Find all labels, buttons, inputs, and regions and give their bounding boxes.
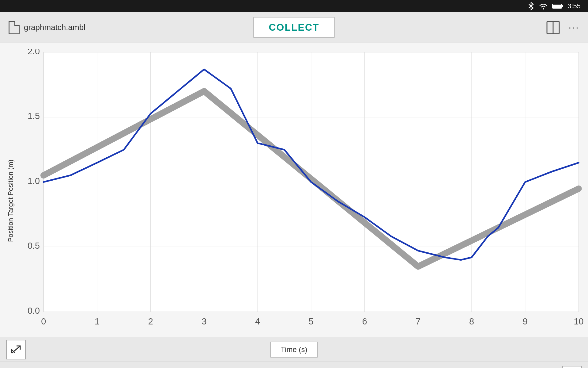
bluetooth-icon: [528, 2, 534, 10]
svg-text:1: 1: [95, 316, 100, 326]
svg-text:5: 5: [309, 316, 314, 326]
more-options-icon[interactable]: ···: [568, 22, 579, 33]
status-bar: 3:55: [0, 0, 588, 12]
chart-bottom-bar: Time (s): [0, 337, 588, 362]
svg-text:10: 10: [574, 316, 583, 326]
svg-text:2.0: 2.0: [28, 49, 40, 56]
svg-text:8: 8: [469, 316, 474, 326]
chart-container: Position Target Position (m): [0, 43, 588, 337]
y-axis-label: Position Target Position (m): [3, 49, 18, 334]
svg-text:0.0: 0.0: [28, 306, 40, 316]
status-footer: Mode: Time Based Rate: 20 samples/s Posi…: [0, 362, 588, 368]
svg-text:9: 9: [523, 316, 528, 326]
toolbar-left: graphmatch.ambl: [9, 21, 85, 34]
toolbar-center: COLLECT: [253, 17, 334, 38]
status-time: 3:55: [567, 2, 581, 10]
svg-text:6: 6: [362, 316, 367, 326]
svg-text:1.0: 1.0: [28, 176, 40, 186]
chart-svg: 2.0 1.5 1.0 0.5 0.0 0 1 2 3 4 5 6 7 8 9 …: [18, 49, 585, 334]
collect-button[interactable]: COLLECT: [253, 17, 334, 38]
svg-text:0: 0: [41, 316, 46, 326]
svg-line-39: [12, 346, 20, 353]
wifi-icon: [539, 2, 548, 10]
svg-rect-3: [562, 5, 563, 7]
status-icons: 3:55: [528, 2, 581, 10]
svg-text:7: 7: [416, 316, 420, 326]
time-axis-label: Time (s): [270, 342, 318, 358]
battery-icon: [552, 3, 563, 9]
chart-inner: 2.0 1.5 1.0 0.5 0.0 0 1 2 3 4 5 6 7 8 9 …: [18, 49, 585, 334]
sensor-search-button[interactable]: [562, 366, 582, 368]
svg-point-0: [543, 8, 544, 10]
layout-view-icon[interactable]: [546, 21, 560, 34]
svg-text:4: 4: [255, 316, 260, 326]
svg-text:2: 2: [148, 316, 153, 326]
file-name: graphmatch.ambl: [24, 23, 85, 32]
file-icon: [9, 21, 20, 34]
svg-text:3: 3: [202, 316, 206, 326]
chart-expand-button[interactable]: [6, 340, 26, 359]
svg-rect-2: [553, 5, 561, 8]
svg-text:1.5: 1.5: [28, 111, 40, 121]
svg-text:0.5: 0.5: [28, 241, 40, 251]
chart-expand-icon: [10, 344, 21, 355]
toolbar: graphmatch.ambl COLLECT ···: [0, 12, 588, 43]
toolbar-right: ···: [546, 21, 579, 34]
